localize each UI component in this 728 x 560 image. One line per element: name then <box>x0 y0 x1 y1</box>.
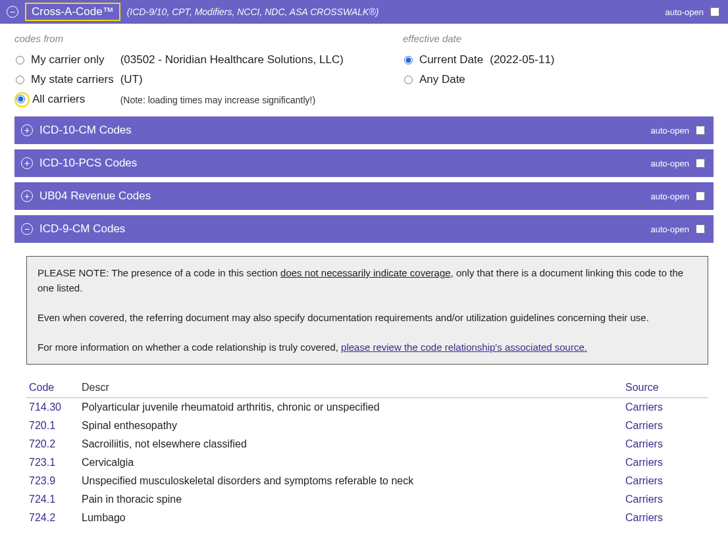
auto-open-checkbox[interactable] <box>710 7 719 16</box>
notice-line3a: For more information on whether a code r… <box>38 342 341 353</box>
source-link[interactable]: Carriers <box>623 509 708 527</box>
section-title: ICD-10-PCS Codes <box>39 157 137 170</box>
section-bar[interactable]: −ICD-9-CM Codesauto-open <box>14 215 714 243</box>
coverage-notice: PLEASE NOTE: The presence of a code in t… <box>26 256 708 365</box>
auto-open-toggle[interactable]: auto-open <box>650 222 707 236</box>
effective-date-group: effective date Current Date (2022-05-11)… <box>403 33 561 110</box>
current-date-value: (2022-05-11) <box>490 53 554 66</box>
notice-line1u: does not necessarily indicate coverage <box>280 267 451 278</box>
table-row: 724.1Pain in thoracic spineCarriers <box>26 490 708 509</box>
source-link[interactable]: Carriers <box>623 453 708 472</box>
radio-all-label: All carriers <box>32 93 85 106</box>
code-descr: Spinal enthesopathy <box>79 417 623 435</box>
code-descr: Polyarticular juvenile rheumatoid arthri… <box>79 398 623 417</box>
code-descr: Sciatica <box>79 527 623 531</box>
effective-date-label: effective date <box>403 33 561 44</box>
source-link[interactable]: Carriers <box>623 435 708 453</box>
code-descr: Sacroiliitis, not elsewhere classified <box>79 435 623 453</box>
source-link[interactable]: Carriers <box>623 417 708 435</box>
source-link[interactable]: Carriers <box>623 490 708 509</box>
notice-line2: Even when covered, the referring documen… <box>38 311 697 326</box>
code-link[interactable]: 723.9 <box>26 472 79 490</box>
auto-open-label: auto-open <box>650 191 689 201</box>
code-descr: Lumbago <box>79 509 623 527</box>
auto-open-checkbox[interactable] <box>696 191 705 201</box>
source-link[interactable]: Carriers <box>623 398 708 417</box>
radio-my-state[interactable] <box>16 76 24 84</box>
section-bar[interactable]: +ICD-10-PCS Codesauto-open <box>14 149 714 177</box>
section-title: ICD-10-CM Codes <box>39 124 132 137</box>
section-bar[interactable]: +UB04 Revenue Codesauto-open <box>14 182 714 210</box>
col-header-code: Code <box>26 378 79 398</box>
code-link[interactable]: 724.3 <box>26 527 79 531</box>
radio-my-state-label: My state carriers <box>31 73 114 86</box>
header-title: Cross-A-Code™ <box>25 3 120 21</box>
section-title: UB04 Revenue Codes <box>39 190 151 203</box>
expand-icon[interactable]: + <box>21 124 33 136</box>
auto-open-checkbox[interactable] <box>696 126 705 135</box>
header-bar[interactable]: − Cross-A-Code™ (ICD-9/10, CPT, Modifier… <box>0 0 728 24</box>
code-link[interactable]: 714.30 <box>26 398 79 417</box>
my-carrier-value: (03502 - Noridian Healthcare Solutions, … <box>120 53 344 66</box>
auto-open-checkbox[interactable] <box>696 224 705 234</box>
code-link[interactable]: 723.1 <box>26 453 79 472</box>
table-row: 714.30Polyarticular juvenile rheumatoid … <box>26 398 708 417</box>
auto-open-checkbox[interactable] <box>696 159 705 168</box>
expand-icon[interactable]: + <box>21 157 33 169</box>
all-carriers-note: (Note: loading times may increase signif… <box>120 95 315 105</box>
header-subtitle: (ICD-9/10, CPT, Modifiers, NCCI, NDC, AS… <box>127 7 379 17</box>
radio-current-date-label: Current Date <box>419 53 483 66</box>
source-link[interactable]: Carriers <box>623 527 708 531</box>
my-state-value: (UT) <box>120 73 143 86</box>
collapse-icon[interactable]: − <box>21 223 33 235</box>
auto-open-toggle[interactable]: auto-open <box>650 157 707 170</box>
radio-all-highlight <box>16 93 28 106</box>
code-link[interactable]: 724.2 <box>26 509 79 527</box>
code-link[interactable]: 720.2 <box>26 435 79 453</box>
notice-line1a: PLEASE NOTE: The presence of a code in t… <box>38 267 280 278</box>
table-row: 723.1CervicalgiaCarriers <box>26 453 708 472</box>
radio-any-date-label: Any Date <box>419 73 465 86</box>
radio-current-date[interactable] <box>404 56 413 64</box>
section-bar[interactable]: +ICD-10-CM Codesauto-open <box>14 116 714 144</box>
auto-open-label: auto-open <box>650 159 689 168</box>
notice-source-link[interactable]: please review the code relationship's as… <box>341 342 587 353</box>
code-descr: Cervicalgia <box>79 453 623 472</box>
code-link[interactable]: 720.1 <box>26 417 79 435</box>
table-row: 720.1Spinal enthesopathyCarriers <box>26 417 708 435</box>
codes-table: Code Descr Source 714.30Polyarticular ju… <box>26 378 708 531</box>
source-link[interactable]: Carriers <box>623 472 708 490</box>
filters-panel: codes from My carrier only (03502 - Nori… <box>0 24 728 116</box>
table-row: 723.9Unspecified musculoskeletal disorde… <box>26 472 708 490</box>
code-descr: Unspecified musculoskeletal disorders an… <box>79 472 623 490</box>
radio-any-date[interactable] <box>404 76 413 84</box>
codes-from-label: codes from <box>14 33 350 44</box>
auto-open-toggle[interactable]: auto-open <box>665 5 721 18</box>
auto-open-label: auto-open <box>650 126 689 136</box>
section-title: ICD-9-CM Codes <box>39 222 125 236</box>
auto-open-label: auto-open <box>650 224 689 234</box>
radio-all-carriers[interactable] <box>16 95 25 103</box>
code-descr: Pain in thoracic spine <box>79 490 623 509</box>
table-row: 724.3SciaticaCarriers <box>26 527 708 531</box>
radio-my-carrier-label: My carrier only <box>31 53 104 66</box>
expand-icon[interactable]: + <box>21 190 33 202</box>
table-row: 724.2LumbagoCarriers <box>26 509 708 527</box>
code-link[interactable]: 724.1 <box>26 490 79 509</box>
auto-open-toggle[interactable]: auto-open <box>650 124 707 137</box>
table-row: 720.2Sacroiliitis, not elsewhere classif… <box>26 435 708 453</box>
auto-open-label: auto-open <box>665 7 704 17</box>
radio-my-carrier[interactable] <box>16 56 24 64</box>
col-header-source: Source <box>623 378 708 398</box>
codes-from-group: codes from My carrier only (03502 - Nori… <box>14 33 350 110</box>
auto-open-toggle[interactable]: auto-open <box>650 190 707 203</box>
collapse-icon[interactable]: − <box>7 6 18 18</box>
icd9-content-scroll[interactable]: PLEASE NOTE: The presence of a code in t… <box>26 248 714 531</box>
col-header-descr: Descr <box>79 378 623 398</box>
